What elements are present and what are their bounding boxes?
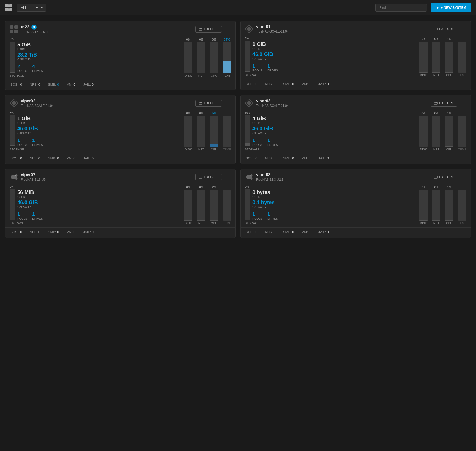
disk-bar-group: 0% DISK	[419, 186, 428, 225]
explore-button[interactable]: EXPLORE	[431, 174, 457, 180]
drives-value: 1	[267, 212, 278, 217]
cpu-bar-fill	[210, 220, 218, 221]
drives-value: 1	[267, 138, 278, 143]
net-bar-group: 0% NET	[197, 186, 205, 225]
used-value: 1 GiB	[17, 116, 43, 122]
disk-pct: 0%	[421, 186, 425, 189]
disk-label: DISK	[185, 222, 192, 225]
more-options-button[interactable]: ⋮	[225, 26, 231, 32]
net-label: NET	[198, 222, 204, 225]
explore-button[interactable]: EXPLORE	[195, 26, 222, 33]
nfs-val: 0	[274, 156, 275, 160]
temp-bar-group: TEMP	[223, 115, 231, 151]
folder-icon	[434, 175, 438, 179]
cpu-label: CPU	[446, 74, 453, 77]
systems-grid: tn23 3 TrueNAS-12.0-U2.1 EXPLORE ⋮ 0%	[0, 15, 476, 243]
more-options-button[interactable]: ⋮	[460, 100, 466, 106]
more-options-button[interactable]: ⋮	[225, 100, 231, 106]
mini-bars: 0% DISK 0% NET 5%	[61, 112, 231, 151]
svg-rect-17	[434, 176, 437, 178]
stat-jail: JAIL: 0	[83, 156, 94, 160]
metrics-row: 3% 1 GiB USED 46.0 GiB CAPACITY	[5, 111, 235, 154]
storage-nums: 1 POOLS 1 DRIVES	[252, 63, 278, 72]
disk-bar-group: 0% DISK	[419, 37, 428, 77]
folder-icon	[199, 27, 202, 31]
cpu-bar-group: 0% CPU	[210, 38, 218, 77]
system-logo	[10, 99, 18, 108]
net-pct: 0%	[199, 186, 203, 189]
storage-pct-label: 3%	[10, 111, 14, 114]
storage-pct-label: 0%	[10, 37, 14, 41]
system-logo	[10, 173, 18, 181]
drives-value: 4	[32, 64, 43, 69]
net-bar-group: 0% NET	[432, 186, 440, 225]
cpu-bar-fill	[445, 220, 453, 221]
more-options-button[interactable]: ⋮	[460, 26, 466, 32]
pools-label: POOLS	[17, 143, 27, 146]
explore-button[interactable]: EXPLORE	[195, 174, 222, 180]
drives-label: DRIVES	[267, 217, 278, 220]
more-options-button[interactable]: ⋮	[460, 174, 466, 180]
storage-bar-bg	[245, 41, 250, 72]
jail-val: 0	[327, 82, 329, 86]
used-value: 5 GiB	[17, 42, 43, 48]
net-bar-group: 0% NET	[432, 37, 440, 77]
cpu-label: CPU	[211, 148, 217, 151]
explore-button[interactable]: EXPLORE	[195, 100, 222, 107]
badge: 3	[31, 25, 37, 30]
temp-label: TEMP	[223, 74, 231, 77]
mini-bars: 0% DISK 0% NET 2%	[61, 186, 231, 225]
storage-bar-bg	[10, 115, 15, 146]
svg-rect-13	[434, 102, 437, 104]
pools-label: POOLS	[17, 69, 27, 73]
nfs-val: 0	[274, 82, 275, 86]
card-header: viper08 FreeNAS-11.3-U2.1 EXPLORE ⋮	[241, 169, 471, 185]
capacity-value: 28.2 TiB	[17, 52, 43, 58]
storage-label: STORAGE	[245, 222, 259, 225]
find-input[interactable]	[375, 4, 427, 12]
storage-info: 56 MiB USED 46.0 GiB CAPACITY 1 POOLS	[17, 189, 43, 220]
storage-metric: 0% 56 MiB USED 46.0 GiB CAPACITY	[10, 185, 56, 225]
filter-select-input[interactable]: ALL TrueNAS FreeNAS	[20, 5, 39, 10]
net-bar-group: 0% NET	[432, 112, 440, 151]
new-system-button[interactable]: ＋ + NEW SYSTEM	[431, 3, 471, 12]
card-title-group: viper08 FreeNAS-11.3-U2.1	[256, 173, 428, 181]
jail-val: 0	[92, 83, 94, 86]
folder-icon	[434, 27, 438, 31]
explore-button[interactable]: EXPLORE	[431, 26, 457, 32]
filter-dropdown[interactable]: ALL TrueNAS FreeNAS ▾	[17, 4, 46, 12]
card-stats: ISCSI: 0 NFS: 0 SMB: 0 VM: 0 JAIL: 0	[241, 79, 471, 90]
more-options-button[interactable]: ⋮	[225, 174, 231, 180]
drives-value: 1	[267, 63, 278, 69]
used-value: 0 bytes	[252, 189, 278, 195]
card-title-group: viper02 TrueNAS-SCALE-21.04	[21, 99, 193, 108]
capacity-value: 46.0 GiB	[17, 126, 43, 132]
capacity-label: CAPACITY	[17, 205, 43, 208]
disk-bar-fill	[184, 220, 192, 221]
temp-bar-group: TEMP	[458, 41, 466, 77]
disk-label: DISK	[420, 148, 427, 151]
disk-label: DISK	[420, 74, 427, 77]
system-card-viper03: viper03 TrueNAS-SCALE-21.04 EXPLORE ⋮ 10…	[240, 95, 471, 164]
cpu-bar-fill	[445, 72, 453, 73]
disk-label: DISK	[420, 222, 427, 225]
card-header: viper07 FreeNAS-11.3-U5 EXPLORE ⋮	[5, 169, 235, 185]
storage-bar-fill	[245, 143, 250, 146]
system-version: TrueNAS-SCALE-21.04	[256, 30, 428, 33]
system-version: TrueNAS-SCALE-21.04	[256, 104, 428, 108]
stat-smb: SMB: 0	[48, 83, 59, 86]
svg-rect-0	[10, 25, 13, 29]
mini-bars: 0% DISK 0% NET 0%	[61, 38, 231, 77]
net-bar-bg	[197, 116, 205, 147]
storage-info: 1 GiB USED 46.0 GiB CAPACITY 1 POOLS	[252, 41, 278, 72]
disk-pct: 0%	[421, 112, 425, 115]
cpu-bar-bg	[210, 42, 218, 73]
storage-pct-label: 0%	[245, 185, 249, 188]
storage-pct-label: 10%	[245, 111, 250, 114]
stat-smb: SMB: 0	[48, 156, 59, 160]
storage-metric: 0% 5 GiB USED 28.2 TiB CAPACITY	[10, 37, 56, 77]
cpu-pct: 1%	[447, 186, 451, 189]
cpu-bar-group: 1% CPU	[445, 37, 453, 77]
explore-button[interactable]: EXPLORE	[431, 100, 457, 107]
temp-bar-group: TEMP	[458, 115, 466, 151]
